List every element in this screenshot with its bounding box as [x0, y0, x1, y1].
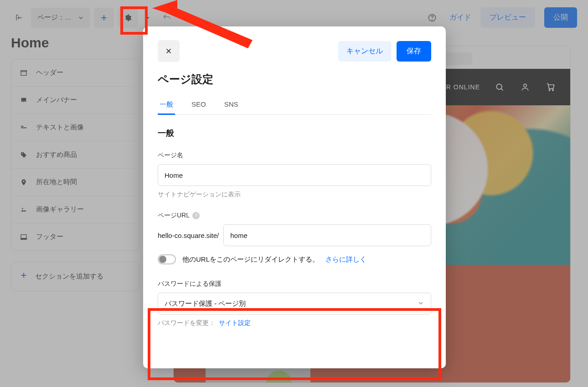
password-label: パスワードによる保護 — [158, 280, 431, 288]
password-select[interactable]: パスワード保護 - ページ別 — [158, 293, 431, 315]
page-name-label: ページ名 — [158, 151, 431, 160]
page-settings-modal: キャンセル 保存 ページ設定 一般 SEO SNS 一般 ページ名 サイトナビゲ… — [143, 26, 446, 368]
cancel-button[interactable]: キャンセル — [338, 41, 391, 62]
page-name-input[interactable] — [158, 164, 431, 186]
redirect-toggle[interactable] — [158, 254, 176, 264]
site-settings-link[interactable]: サイト設定 — [219, 319, 251, 326]
close-button[interactable] — [158, 40, 180, 62]
redirect-row: 他のURLをこのページにリダイレクトする。 さらに詳しく — [158, 254, 431, 264]
password-change-text: パスワードを変更： — [158, 319, 215, 326]
page-url-prefix: hello-co.square.site/ — [158, 232, 219, 239]
modal-tabs: 一般 SEO SNS — [158, 95, 431, 115]
hint-icon[interactable]: ? — [192, 212, 200, 219]
tab-sns[interactable]: SNS — [222, 95, 240, 114]
page-name-helper: サイトナビゲーションに表示 — [158, 191, 431, 199]
redirect-text: 他のURLをこのページにリダイレクトする。 — [182, 255, 319, 264]
save-button[interactable]: 保存 — [397, 41, 431, 62]
tab-general[interactable]: 一般 — [158, 95, 175, 114]
tab-seo[interactable]: SEO — [190, 95, 208, 114]
section-heading-general: 一般 — [158, 128, 431, 139]
page-url-input[interactable] — [223, 224, 431, 246]
page-url-label: ページURL ? — [158, 212, 431, 220]
page-url-label-text: ページURL — [158, 212, 190, 220]
modal-header: キャンセル 保存 — [158, 40, 431, 62]
password-select-value: パスワード保護 - ページ別 — [165, 299, 246, 308]
modal-title: ページ設定 — [158, 72, 431, 87]
redirect-learn-more-link[interactable]: さらに詳しく — [325, 255, 366, 264]
page-url-row: hello-co.square.site/ — [158, 224, 431, 246]
chevron-down-icon — [417, 299, 424, 308]
password-change-row: パスワードを変更： サイト設定 — [158, 319, 431, 327]
